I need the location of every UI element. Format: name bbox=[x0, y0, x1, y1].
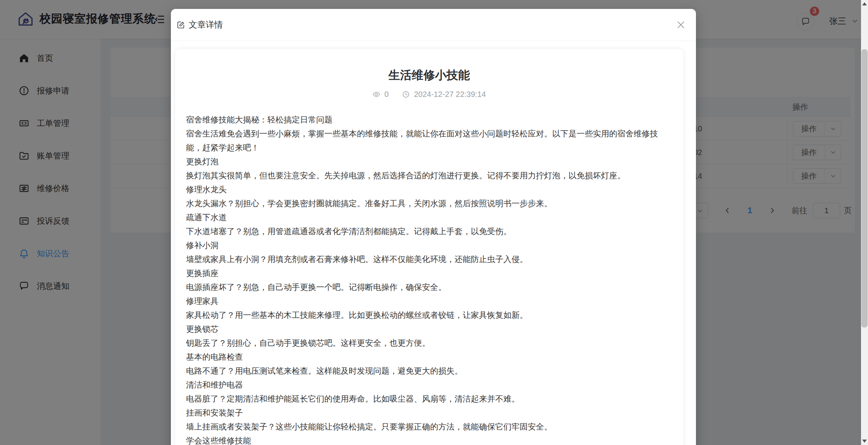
close-icon[interactable] bbox=[676, 20, 686, 30]
article-title: 生活维修小技能 bbox=[186, 67, 672, 83]
app-root: 校园寝室报修管理系统 3 张三 首页 报修申请 工单管理 bbox=[0, 0, 868, 445]
modal-header: 文章详情 bbox=[171, 9, 696, 41]
article-card: 生活维修小技能 0 2024-12-27 22:39:14 宿舍维修技能大揭秘：… bbox=[175, 49, 683, 445]
scrollbar-down-arrow-icon[interactable] bbox=[862, 440, 867, 443]
article-content: 宿舍维修技能大揭秘：轻松搞定日常问题 宿舍生活难免会遇到一些小麻烦，掌握一些基本… bbox=[186, 113, 672, 445]
page-scrollbar[interactable] bbox=[861, 0, 868, 445]
eye-icon bbox=[372, 90, 381, 98]
scrollbar-up-arrow-icon[interactable] bbox=[862, 2, 867, 5]
edit-icon bbox=[177, 21, 185, 29]
clock-icon bbox=[402, 90, 410, 98]
article-views: 0 bbox=[384, 89, 389, 100]
article-meta: 0 2024-12-27 22:39:14 bbox=[186, 89, 672, 100]
scrollbar-thumb[interactable] bbox=[861, 49, 868, 328]
article-datetime: 2024-12-27 22:39:14 bbox=[414, 89, 486, 100]
modal-title: 文章详情 bbox=[189, 19, 223, 31]
article-detail-modal: 文章详情 生活维修小技能 0 2024-12-27 22:39:14 宿舍维修技… bbox=[171, 9, 696, 445]
